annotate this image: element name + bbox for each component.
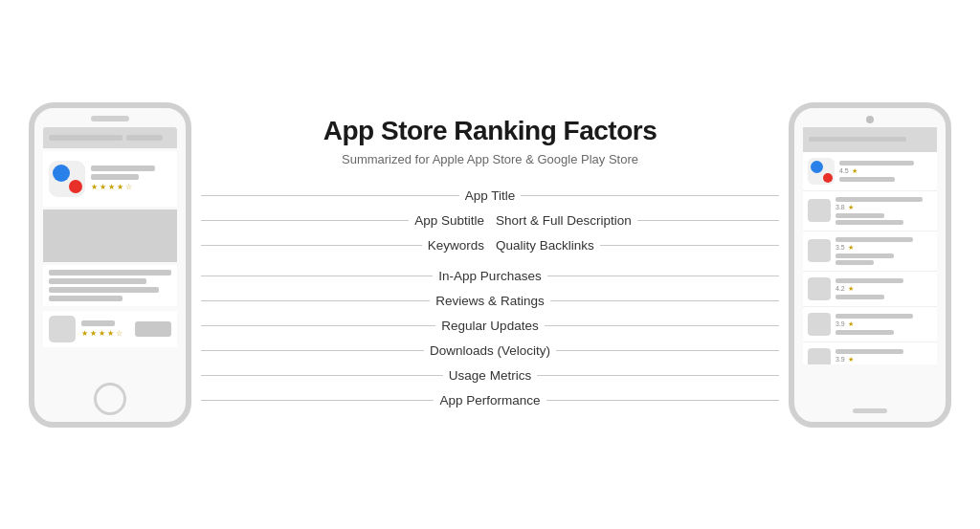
ios-btn bbox=[135, 321, 171, 337]
line-backlinks bbox=[600, 245, 779, 246]
ios-bar-1 bbox=[49, 135, 122, 141]
line-app-title-left bbox=[201, 195, 459, 196]
half-desc: Short & Full Description bbox=[490, 213, 779, 228]
bstar-5: ☆ bbox=[116, 329, 122, 338]
factor-row-subtitle-desc: App Subtitle Short & Full Description bbox=[201, 209, 779, 233]
athumb-6 bbox=[808, 348, 831, 364]
ast-2: ★ bbox=[848, 204, 854, 211]
abar-2c bbox=[835, 220, 903, 225]
arating-1: 4.5 ★ bbox=[839, 167, 932, 175]
star-4: ★ bbox=[117, 183, 123, 191]
line-dl-left bbox=[201, 350, 424, 351]
abar-4a bbox=[835, 278, 903, 283]
ainfo-5: 3.9 ★ bbox=[835, 314, 932, 335]
ios-section bbox=[43, 265, 177, 306]
ios-bottom-row: ★ ★ ★ ★ ☆ bbox=[43, 311, 177, 347]
abar-2b bbox=[835, 213, 884, 218]
factor-label-backlinks: Quality Backlinks bbox=[490, 238, 600, 253]
arating-6: 3.9 ★ bbox=[835, 356, 932, 364]
factor-label-downloads: Downloads (Velocity) bbox=[424, 343, 556, 358]
abar-4b bbox=[835, 295, 884, 299]
abar-6a bbox=[835, 349, 903, 354]
ast-5: ★ bbox=[848, 320, 854, 328]
line-use-right bbox=[537, 375, 779, 376]
atop-bar bbox=[809, 137, 906, 142]
line-dl-right bbox=[556, 350, 779, 351]
ainfo-3: 3.5 ★ bbox=[835, 237, 932, 265]
line-upd-right bbox=[545, 325, 779, 326]
anum-1: 4.5 bbox=[839, 167, 849, 174]
line-rev-right bbox=[550, 300, 779, 301]
android-row-5: 3.9 ★ bbox=[803, 307, 937, 342]
anum-3: 3.5 bbox=[835, 244, 845, 251]
info-bar-1 bbox=[91, 165, 155, 171]
factor-row-reviews: Reviews & Ratings bbox=[201, 289, 779, 314]
android-screen: 4.5 ★ 3.8 ★ bbox=[803, 127, 937, 364]
line-kw bbox=[201, 245, 422, 246]
center-content: App Store Ranking Factors Summarized for… bbox=[191, 116, 789, 412]
iphone-screen: ★ ★ ★ ★ ☆ bbox=[43, 127, 177, 366]
android-row-4: 4.2 ★ bbox=[803, 272, 937, 307]
ios-bar-2 bbox=[126, 135, 163, 141]
ios-app-icon bbox=[49, 161, 85, 197]
factor-label-updates: Regular Updates bbox=[435, 319, 544, 333]
star-3: ★ bbox=[108, 183, 115, 191]
half-keywords: Keywords bbox=[201, 238, 490, 253]
factor-row-downloads: Downloads (Velocity) bbox=[201, 339, 779, 364]
line-app-title-right bbox=[521, 195, 779, 196]
android-row-1: 4.5 ★ bbox=[803, 152, 937, 191]
factor-row-usage: Usage Metrics bbox=[201, 364, 779, 388]
factor-label-usage: Usage Metrics bbox=[443, 368, 537, 383]
factor-row-updates: Regular Updates bbox=[201, 314, 779, 339]
factor-row-iap: In-App Purchases bbox=[201, 264, 779, 289]
android-row-3: 3.5 ★ bbox=[803, 231, 937, 272]
page-title: App Store Ranking Factors bbox=[323, 116, 657, 146]
ast-1: ★ bbox=[852, 167, 858, 175]
half-backlinks: Quality Backlinks bbox=[490, 238, 779, 253]
ios-app-row: ★ ★ ★ ★ ☆ bbox=[43, 151, 177, 207]
ainfo-6: 3.9 ★ bbox=[835, 349, 932, 364]
line-iap-right bbox=[547, 276, 779, 276]
factor-row-perf: App Performance bbox=[201, 388, 779, 413]
info-bar-2 bbox=[91, 174, 139, 180]
abar-5a bbox=[835, 314, 913, 319]
athumb-2 bbox=[808, 199, 831, 222]
star-5: ☆ bbox=[125, 183, 132, 191]
factor-label-perf: App Performance bbox=[434, 393, 546, 408]
bubble-red bbox=[69, 180, 82, 193]
android-row-2: 3.8 ★ bbox=[803, 191, 937, 231]
star-1: ★ bbox=[91, 183, 98, 191]
bstar-3: ★ bbox=[99, 329, 105, 338]
ios-app-info: ★ ★ ★ ★ ☆ bbox=[91, 165, 171, 191]
ast-6: ★ bbox=[848, 356, 854, 364]
ios-banner bbox=[43, 209, 177, 262]
android-top-bar bbox=[803, 127, 937, 152]
page-subtitle: Summarized for Apple App Store & Google … bbox=[342, 152, 638, 166]
abar-2a bbox=[835, 197, 923, 202]
line-upd-left bbox=[201, 325, 435, 326]
line-desc bbox=[637, 220, 779, 221]
factor-label-app-title: App Title bbox=[459, 188, 522, 203]
line-perf-right bbox=[546, 400, 779, 401]
ainfo-4: 4.2 ★ bbox=[835, 278, 932, 299]
arating-3: 3.5 ★ bbox=[835, 244, 932, 252]
abar-3c bbox=[835, 260, 874, 265]
line-use-left bbox=[201, 375, 443, 376]
factor-row-kw-backlinks: Keywords Quality Backlinks bbox=[201, 233, 779, 258]
factor-label-iap: In-App Purchases bbox=[433, 269, 546, 283]
bstar-1: ★ bbox=[81, 329, 88, 338]
bstar-4: ★ bbox=[107, 329, 114, 338]
factor-label-desc: Short & Full Description bbox=[490, 213, 637, 228]
athumb-4 bbox=[808, 277, 831, 300]
bstar-2: ★ bbox=[90, 329, 97, 338]
factor-row-app-title: App Title bbox=[201, 184, 779, 209]
factor-label-reviews: Reviews & Ratings bbox=[430, 294, 549, 308]
anum-6: 3.9 bbox=[835, 356, 845, 363]
abar-1b bbox=[839, 177, 895, 182]
abubble-red-1 bbox=[823, 173, 833, 183]
bot-stars: ★ ★ ★ ★ ☆ bbox=[81, 329, 129, 338]
sec-bar-3 bbox=[49, 287, 159, 293]
abar-1a bbox=[839, 161, 914, 165]
abubble-blue-1 bbox=[811, 161, 823, 173]
ios-top-bar bbox=[43, 127, 177, 148]
